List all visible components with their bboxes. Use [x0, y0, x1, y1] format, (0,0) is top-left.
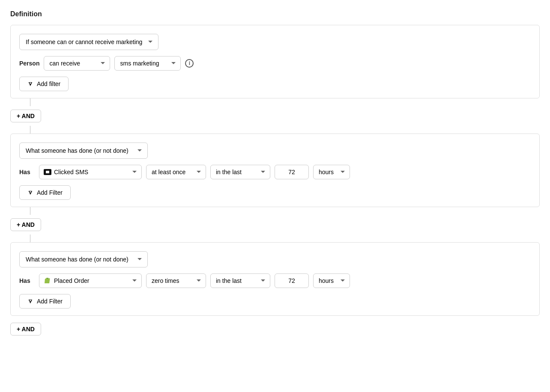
block3-add-filter-button[interactable]: ⛛ Add Filter	[19, 294, 71, 309]
and-button-1[interactable]: + AND	[10, 110, 41, 122]
block1-add-filter-button[interactable]: ⛛ Add filter	[19, 77, 69, 91]
connector-1: + AND	[10, 98, 540, 134]
block2-number-input[interactable]	[275, 165, 309, 179]
block3-type-select[interactable]: What someone has done (or not done)	[19, 251, 148, 267]
and-button-3[interactable]: + AND	[10, 323, 41, 336]
block2-time-select[interactable]: in the last before after between	[210, 165, 270, 179]
connector-2: + AND	[10, 207, 540, 242]
block3-event-select[interactable]: Placed Order Clicked SMS Opened Email	[51, 274, 128, 288]
shopify-icon	[44, 277, 51, 285]
block2-event-select-wrapper: Clicked SMS Opened Email Placed Order	[39, 165, 142, 179]
block3-frequency-select[interactable]: zero times at least once exactly at leas…	[146, 273, 206, 288]
block2-frequency-select[interactable]: at least once zero times exactly at leas…	[146, 165, 206, 179]
condition-block-1: If someone can or cannot receive marketi…	[10, 25, 540, 98]
info-icon: i	[185, 59, 194, 68]
block1-type-select[interactable]: If someone can or cannot receive marketi…	[19, 34, 158, 50]
connector-3: + AND	[10, 323, 540, 336]
block3-number-input[interactable]	[275, 273, 309, 288]
definition-title: Definition	[10, 10, 540, 18]
block1-marketing-select[interactable]: sms marketing email marketing	[114, 56, 181, 71]
block3-unit-select[interactable]: hours days weeks	[313, 273, 350, 288]
block3-event-select-wrapper: Placed Order Clicked SMS Opened Email	[39, 273, 142, 288]
block2-unit-select[interactable]: hours days weeks	[313, 165, 350, 179]
filter-icon-1: ⛛	[27, 80, 33, 87]
block3-time-select[interactable]: in the last before after between	[210, 273, 270, 288]
filter-icon-2: ⛛	[27, 189, 33, 196]
block2-has-label: Has	[19, 169, 35, 175]
block2-type-select[interactable]: What someone has done (or not done)	[19, 143, 148, 159]
block2-add-filter-button[interactable]: ⛛ Add Filter	[19, 185, 71, 200]
condition-block-3: What someone has done (or not done) Has …	[10, 242, 540, 316]
filter-icon-3: ⛛	[27, 298, 33, 305]
block3-has-label: Has	[19, 277, 35, 284]
sms-icon	[44, 169, 51, 175]
condition-block-2: What someone has done (or not done) Has …	[10, 134, 540, 207]
block2-event-select[interactable]: Clicked SMS Opened Email Placed Order	[51, 165, 128, 179]
block1-person-label: Person	[19, 60, 39, 67]
block1-receive-select[interactable]: can receive cannot receive	[44, 56, 110, 71]
and-button-2[interactable]: + AND	[10, 218, 41, 231]
